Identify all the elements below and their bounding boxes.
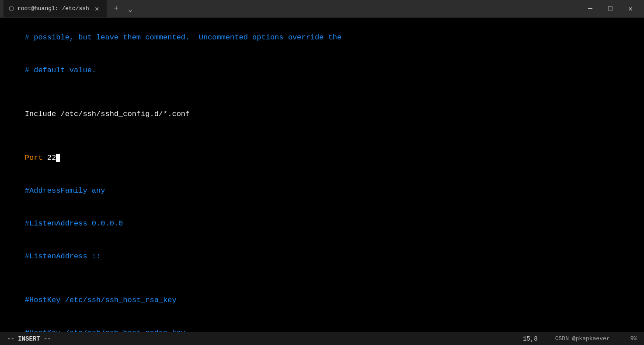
code-line: # possible, but leave them commented. Un… <box>7 21 637 54</box>
commented-option: #ListenAddress :: <box>25 252 101 261</box>
editor-area: # possible, but leave them commented. Un… <box>0 18 644 332</box>
status-info: CSDN @pkapkaever 9% <box>555 335 637 342</box>
option-value: 22 <box>47 154 56 162</box>
status-branding: CSDN @pkapkaever <box>555 335 610 342</box>
comment-text: # possible, but leave them commented. Un… <box>25 33 341 42</box>
status-bar: -- INSERT -- 15,8 CSDN @pkapkaever 9% <box>0 332 644 345</box>
window-controls: — □ ✕ <box>580 0 641 18</box>
tab-close-button[interactable]: ✕ <box>93 4 101 13</box>
text-cursor <box>56 154 60 162</box>
cursor-position: 15,8 <box>523 335 538 342</box>
maximize-button[interactable]: □ <box>600 0 620 18</box>
title-bar: ⬡ root@huangl: /etc/ssh ✕ + ⌄ — □ ✕ <box>0 0 644 18</box>
active-tab[interactable]: ⬡ root@huangl: /etc/ssh ✕ <box>3 0 107 17</box>
commented-option: #ListenAddress 0.0.0.0 <box>25 219 123 228</box>
tab-title: root@huangl: /etc/ssh <box>17 5 89 12</box>
code-line: #ListenAddress :: <box>7 240 637 273</box>
tab-area: ⬡ root@huangl: /etc/ssh ✕ + ⌄ <box>3 0 580 17</box>
dropdown-button[interactable]: ⌄ <box>124 3 136 15</box>
code-line: # default value. <box>7 54 637 87</box>
code-line: #HostKey /etc/ssh/ssh_host_rsa_key <box>7 284 637 317</box>
vim-mode-indicator: -- INSERT -- <box>7 335 523 342</box>
code-line: #HostKey /etc/ssh/ssh_host_ecdsa_key <box>7 317 637 332</box>
minimize-button[interactable]: — <box>580 0 600 18</box>
code-line <box>7 130 637 141</box>
close-window-button[interactable]: ✕ <box>620 0 641 18</box>
code-line: #AddressFamily any <box>7 174 637 207</box>
commented-option: #AddressFamily any <box>25 187 105 195</box>
option-name: Port <box>25 154 47 162</box>
scroll-percent: 9% <box>630 335 637 342</box>
include-keyword: Include /etc/ssh/sshd_config.d/*.conf <box>25 110 190 118</box>
tab-icon: ⬡ <box>9 5 14 12</box>
tab-controls: + ⌄ <box>110 3 136 15</box>
code-line <box>7 87 637 98</box>
comment-text: # default value. <box>25 66 96 74</box>
code-line <box>7 273 637 284</box>
commented-option: #HostKey /etc/ssh/ssh_host_rsa_key <box>25 296 177 304</box>
code-line: #ListenAddress 0.0.0.0 <box>7 207 637 240</box>
code-line: Include /etc/ssh/sshd_config.d/*.conf <box>7 98 637 130</box>
new-tab-button[interactable]: + <box>110 3 122 15</box>
commented-option: #HostKey /etc/ssh/ssh_host_ecdsa_key <box>25 329 185 332</box>
code-line: Port 22 <box>7 141 637 174</box>
